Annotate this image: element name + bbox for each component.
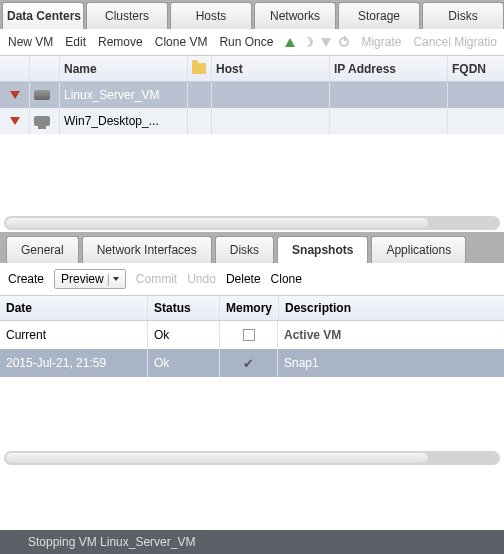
check-icon: ✔ xyxy=(243,356,254,371)
vm-row[interactable]: Linux_Server_VM xyxy=(0,82,504,108)
undo-button: Undo xyxy=(187,272,216,286)
server-icon xyxy=(34,90,50,100)
snapshot-grid: Current Ok Active VM 2015-Jul-21, 21:59 … xyxy=(0,321,504,451)
folder-icon xyxy=(192,63,206,74)
col-description[interactable]: Description xyxy=(279,296,504,320)
col-fqdn[interactable]: FQDN xyxy=(448,56,504,81)
col-ip[interactable]: IP Address xyxy=(330,56,448,81)
preview-snapshot-button[interactable]: Preview | xyxy=(54,269,126,289)
clone-vm-button[interactable]: Clone VM xyxy=(155,35,208,49)
vm-name: Win7_Desktop_... xyxy=(60,108,188,134)
poweroff-icon xyxy=(339,37,349,47)
tab-network-interfaces[interactable]: Network Interfaces xyxy=(82,236,212,263)
col-date[interactable]: Date xyxy=(0,296,148,320)
tab-disks-detail[interactable]: Disks xyxy=(215,236,274,263)
tab-disks[interactable]: Disks xyxy=(422,2,504,29)
shutdown-icon xyxy=(321,38,331,47)
snapshot-row[interactable]: Current Ok Active VM xyxy=(0,321,504,349)
create-snapshot-button[interactable]: Create xyxy=(8,272,44,286)
col-name[interactable]: Name xyxy=(60,56,188,81)
migrate-button: Migrate xyxy=(361,35,401,49)
top-tabs: Data Centers Clusters Hosts Networks Sto… xyxy=(0,0,504,29)
new-vm-button[interactable]: New VM xyxy=(8,35,53,49)
edit-button[interactable]: Edit xyxy=(65,35,86,49)
tab-clusters[interactable]: Clusters xyxy=(86,2,168,29)
memory-checkbox xyxy=(243,329,255,341)
col-status[interactable]: Status xyxy=(148,296,220,320)
tab-storage[interactable]: Storage xyxy=(338,2,420,29)
cancel-migration-button: Cancel Migratio xyxy=(413,35,496,49)
tab-applications[interactable]: Applications xyxy=(371,236,466,263)
tab-snapshots[interactable]: Snapshots xyxy=(277,236,368,263)
horizontal-scrollbar[interactable] xyxy=(4,216,500,230)
run-icon[interactable] xyxy=(285,38,295,47)
dropdown-icon xyxy=(113,277,119,281)
tab-data-centers[interactable]: Data Centers xyxy=(2,2,84,29)
col-host[interactable]: Host xyxy=(212,56,330,81)
suspend-icon xyxy=(303,37,313,47)
status-down-icon xyxy=(10,91,20,99)
horizontal-scrollbar[interactable] xyxy=(4,451,500,465)
col-memory[interactable]: Memory xyxy=(220,296,279,320)
tab-general[interactable]: General xyxy=(6,236,79,263)
desktop-icon xyxy=(34,116,50,126)
commit-button: Commit xyxy=(136,272,177,286)
detail-tabs: General Network Interfaces Disks Snapsho… xyxy=(6,236,504,263)
status-bar: Stopping VM Linux_Server_VM xyxy=(0,530,504,554)
vm-toolbar: New VM Edit Remove Clone VM Run Once Mig… xyxy=(0,29,504,56)
delete-snapshot-button[interactable]: Delete xyxy=(226,272,261,286)
vm-grid: Linux_Server_VM Win7_Desktop_... xyxy=(0,82,504,214)
tab-networks[interactable]: Networks xyxy=(254,2,336,29)
snapshot-row[interactable]: 2015-Jul-21, 21:59 Ok ✔ Snap1 xyxy=(0,349,504,377)
vm-grid-header: Name Host IP Address FQDN xyxy=(0,56,504,82)
tab-hosts[interactable]: Hosts xyxy=(170,2,252,29)
vm-row[interactable]: Win7_Desktop_... xyxy=(0,108,504,134)
snapshot-grid-header: Date Status Memory Description xyxy=(0,295,504,321)
status-down-icon xyxy=(10,117,20,125)
remove-button[interactable]: Remove xyxy=(98,35,143,49)
vm-name: Linux_Server_VM xyxy=(60,82,188,108)
clone-snapshot-button[interactable]: Clone xyxy=(271,272,302,286)
run-once-button[interactable]: Run Once xyxy=(219,35,273,49)
snapshot-toolbar: Create Preview | Commit Undo Delete Clon… xyxy=(0,263,504,295)
